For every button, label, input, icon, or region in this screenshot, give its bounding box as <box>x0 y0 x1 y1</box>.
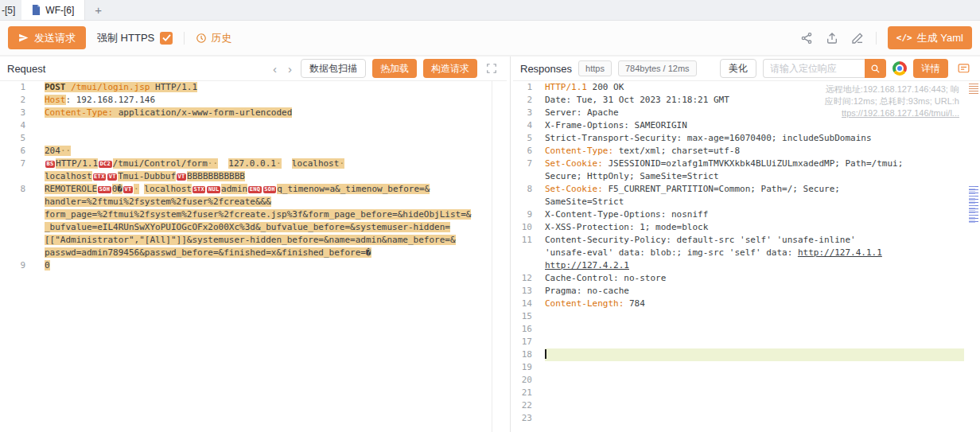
detail-label: 详情 <box>921 62 940 76</box>
code-row[interactable]: 4 <box>0 119 507 132</box>
message-icon[interactable] <box>955 62 973 76</box>
code-row[interactable]: 18 <box>513 348 980 361</box>
code-row[interactable]: 3Server: Apache <box>513 107 980 119</box>
code-row[interactable]: 17 <box>513 336 980 348</box>
generate-yaml-button[interactable]: </> 生成 Yaml <box>888 26 972 49</box>
code-row[interactable]: 2Date: Tue, 31 Oct 2023 21:18:21 GMT <box>513 94 980 107</box>
history-button[interactable]: 历史 <box>196 31 231 45</box>
minimap[interactable] <box>967 81 980 432</box>
share-icon[interactable] <box>799 31 814 45</box>
build-request-button[interactable]: 构造请求 <box>423 59 477 78</box>
code-token: Host <box>45 95 66 105</box>
panel-splitter[interactable] <box>507 56 513 432</box>
request-editor[interactable]: 1POST /tmui/login.jsp HTTP/1.12Host: 192… <box>0 81 507 432</box>
new-tab-button[interactable]: + <box>85 0 111 20</box>
code-row[interactable]: form_page=%2ftmui%2fsystem%2fuser%2fcrea… <box>0 208 507 221</box>
code-row[interactable]: 21 <box>513 387 980 399</box>
code-row[interactable]: 10X-XSS-Protection: 1; mode=block <box>513 221 980 234</box>
toolbar-divider <box>184 32 185 45</box>
fullscreen-icon[interactable] <box>484 63 500 74</box>
tab-active[interactable]: WF-[6] <box>21 0 85 20</box>
code-row[interactable]: 5Strict-Transport-Security: max-age=1607… <box>513 132 980 145</box>
request-scrollbar[interactable] <box>492 81 492 432</box>
code-row[interactable]: 13Pragma: no-cache <box>513 285 980 298</box>
code-row[interactable]: 4X-Frame-Options: SAMEORIGIN <box>513 119 980 132</box>
code-token: Secure; HttpOnly; SameSite=Strict <box>545 171 719 181</box>
code-row[interactable]: 15 <box>513 310 980 323</box>
tab-previous[interactable]: -[5] <box>0 0 21 20</box>
code-row[interactable]: 6Content-Type: text/xml; charset=utf-8 <box>513 145 980 158</box>
code-row[interactable]: 2Host: 192.168.127.146 <box>0 94 507 107</box>
send-request-button[interactable]: 发送请求 <box>8 26 86 49</box>
locate-response-input[interactable] <box>763 59 865 78</box>
code-token: Cache-Control: no-store <box>545 273 666 283</box>
chevron-left-icon[interactable]: ‹ <box>270 63 279 75</box>
code-row[interactable]: 11Content-Security-Policy: default-src '… <box>513 234 980 247</box>
beautify-label: 美化 <box>729 62 748 76</box>
control-char-badge: SOH <box>263 186 277 193</box>
code-row[interactable]: 20 <box>513 374 980 387</box>
code-token: http://127.4.1.1 <box>798 247 882 258</box>
code-row[interactable]: 3Content-Type: application/x-www-form-ur… <box>0 107 507 119</box>
code-row[interactable]: 5 <box>0 132 507 145</box>
code-row[interactable]: 12Cache-Control: no-store <box>513 272 980 285</box>
code-line: HTTP/1.1 200 OK <box>545 81 624 94</box>
code-line: Host: 192.168.127.146 <box>45 94 155 107</box>
packet-scan-button[interactable]: 数据包扫描 <box>301 59 366 78</box>
code-row[interactable]: 16 <box>513 323 980 336</box>
code-token: 784 <box>624 298 645 309</box>
edit-icon[interactable] <box>850 31 865 45</box>
line-number: 16 <box>513 323 545 336</box>
open-in-chrome-icon[interactable] <box>892 61 907 76</box>
code-row[interactable]: 14Content-Length: 784 <box>513 298 980 310</box>
code-token: HTTP/1.1 <box>545 82 587 92</box>
code-line: Set-Cookie: JSESSIONID=ozlafg1mTMVKXkbk4… <box>545 158 903 170</box>
code-row[interactable]: 90 <box>0 259 507 272</box>
code-row[interactable]: 'unsafe-eval' data: blob:; img-src 'self… <box>513 247 980 259</box>
code-row[interactable]: http://127.4.2.1 <box>513 259 980 272</box>
code-token: 0 <box>45 260 50 270</box>
code-row[interactable]: 7BSHTTP/1.1DC2/tmui/Control/form·· 127.0… <box>0 158 507 170</box>
line-number: 13 <box>513 285 545 298</box>
code-row[interactable]: 19 <box>513 361 980 374</box>
code-row[interactable]: passwd=admin789456&passwd_before=&finish… <box>0 247 507 259</box>
line-number: 11 <box>513 234 545 247</box>
code-row[interactable]: 1HTTP/1.1 200 OK <box>513 81 980 94</box>
code-row[interactable]: 1POST /tmui/login.jsp HTTP/1.1 <box>0 81 507 94</box>
detail-button[interactable]: 详情 <box>913 59 948 78</box>
code-token: X-Frame-Options: SAMEORIGIN <box>545 120 687 130</box>
export-icon[interactable] <box>825 31 839 45</box>
code-row[interactable]: 22 <box>513 399 980 412</box>
code-line: SameSite=Strict <box>545 196 624 208</box>
search-button[interactable] <box>865 59 886 78</box>
tab-previous-label: -[5] <box>2 5 15 16</box>
code-row[interactable]: 6204·· <box>0 145 507 158</box>
code-row[interactable]: Secure; HttpOnly; SameSite=Strict <box>513 170 980 183</box>
line-number <box>0 247 45 259</box>
packet-scan-label: 数据包扫描 <box>309 62 357 76</box>
chevron-right-icon[interactable]: › <box>286 63 294 75</box>
code-line: Content-Security-Policy: default-src 'se… <box>545 234 856 247</box>
code-row[interactable]: 7Set-Cookie: JSESSIONID=ozlafg1mTMVKXkbk… <box>513 158 980 170</box>
code-row[interactable]: 23 <box>513 412 980 425</box>
response-editor[interactable]: 1HTTP/1.1 200 OK2Date: Tue, 31 Oct 2023 … <box>513 81 980 432</box>
force-https-checkbox[interactable] <box>160 32 173 45</box>
code-row[interactable]: 9X-Content-Type-Options: nosniff <box>513 208 980 221</box>
beautify-button[interactable]: 美化 <box>720 59 756 78</box>
hot-reload-button[interactable]: 热加载 <box>372 59 417 78</box>
code-row[interactable]: localhostETXVTTmui-DubbufVTBBBBBBBBBBB <box>0 170 507 183</box>
minimap-marks <box>969 84 978 95</box>
code-row[interactable]: SameSite=Strict <box>513 196 980 208</box>
code-token: 'unsafe-eval' data: blob:; img-src 'self… <box>545 247 798 258</box>
code-row[interactable]: 8Set-Cookie: F5_CURRENT_PARTITION=Common… <box>513 183 980 196</box>
line-number <box>0 208 45 221</box>
code-row[interactable]: handler=%2ftmui%2fsystem%2fuser%2fcreate… <box>0 196 507 208</box>
code-token: 127.0.0.1 <box>228 158 276 169</box>
code-token: : <box>66 95 76 105</box>
code-token: HTTP/1.1 <box>150 82 197 92</box>
code-row[interactable]: 8REMOTEROLESOH0�VT· localhostSTXNULadmin… <box>0 183 507 196</box>
check-icon <box>162 34 171 41</box>
code-row[interactable]: _bufvalue=eIL4RUnSwXYoPUIOGcOFx2o00Xc%3d… <box>0 221 507 234</box>
code-token: JSESSIONID=ozlafg1mTMVKXkbk4BLUiZULmxade… <box>603 158 904 169</box>
code-row[interactable]: [["Administrator","[All]"]]&systemuser-h… <box>0 234 507 247</box>
